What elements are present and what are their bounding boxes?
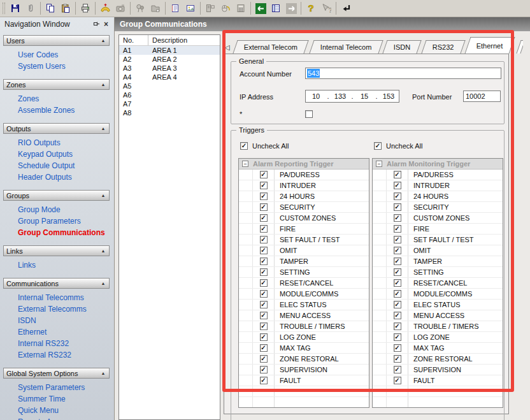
table-row[interactable]: A4 AREA 4	[119, 73, 220, 82]
trigger-checkbox-cell[interactable]	[387, 235, 408, 245]
collapse-icon[interactable]: ▲	[99, 126, 108, 131]
trigger-checkbox-cell[interactable]	[387, 170, 408, 180]
collapse-minus-icon[interactable]: −	[242, 161, 248, 167]
trigger-checkbox-cell[interactable]	[253, 354, 275, 364]
paste-icon[interactable]	[58, 1, 73, 16]
tab[interactable]: Internal Telecom	[309, 40, 383, 54]
trigger-checkbox[interactable]	[394, 203, 401, 211]
help-icon[interactable]: ?	[303, 1, 319, 16]
image-icon[interactable]	[183, 1, 198, 16]
table-row[interactable]: A1 AREA 1	[119, 46, 220, 55]
tab[interactable]: ISDN	[383, 40, 422, 54]
trigger-checkbox-cell[interactable]	[387, 191, 408, 201]
notebook-icon[interactable]	[168, 1, 183, 16]
trigger-checkbox-cell[interactable]	[253, 213, 275, 223]
paperclip-icon[interactable]	[23, 1, 38, 16]
trigger-checkbox-cell[interactable]	[253, 235, 275, 245]
trigger-checkbox-cell[interactable]	[387, 375, 408, 386]
trigger-checkbox-cell[interactable]	[253, 289, 275, 299]
list-header[interactable]: − Alarm Reporting Trigger	[239, 159, 369, 170]
trigger-checkbox[interactable]	[394, 257, 401, 265]
close-icon[interactable]: ×	[101, 19, 111, 29]
nav-section-communications[interactable]: Communications▲	[3, 278, 110, 289]
trigger-checkbox-cell[interactable]	[253, 300, 275, 310]
trigger-checkbox[interactable]	[394, 377, 401, 384]
trigger-checkbox[interactable]	[260, 171, 268, 178]
sidebar-item[interactable]: Internal Telecomms	[3, 292, 110, 303]
trigger-checkbox[interactable]	[394, 236, 401, 243]
trigger-checkbox[interactable]	[394, 182, 401, 189]
data-table-icon[interactable]	[268, 1, 283, 16]
trigger-checkbox[interactable]	[260, 268, 268, 276]
account-number-input[interactable]: 543	[305, 68, 501, 79]
balloons-icon[interactable]	[132, 1, 148, 16]
trigger-checkbox-cell[interactable]	[387, 267, 408, 277]
collapse-icon[interactable]: ▲	[99, 371, 108, 375]
sidebar-item[interactable]: RIO Outputs	[3, 137, 110, 148]
trigger-checkbox[interactable]	[394, 225, 401, 233]
trigger-checkbox-cell[interactable]	[387, 224, 408, 234]
trigger-checkbox[interactable]	[260, 192, 268, 200]
return-icon[interactable]	[338, 1, 354, 16]
tab-scroll-left-icon[interactable]: ◁	[224, 42, 229, 52]
trigger-checkbox-cell[interactable]	[253, 202, 275, 212]
trigger-checkbox-cell[interactable]	[387, 202, 408, 212]
toolbar-grip[interactable]	[3, 3, 5, 14]
nav-section-groups[interactable]: Groups▲	[3, 190, 110, 201]
sidebar-item[interactable]: System Parameters	[3, 382, 110, 393]
trigger-checkbox-cell[interactable]	[387, 256, 408, 266]
trigger-checkbox-cell[interactable]	[387, 343, 408, 353]
trigger-checkbox-cell[interactable]	[387, 278, 408, 288]
trigger-checkbox-cell[interactable]	[387, 310, 408, 321]
uncheck-all-reporting[interactable]: Uncheck All	[240, 142, 289, 150]
trigger-checkbox-cell[interactable]	[253, 170, 275, 180]
trigger-checkbox[interactable]	[260, 257, 268, 265]
table-row[interactable]: A6	[119, 91, 220, 99]
capture-icon[interactable]	[113, 1, 128, 16]
trigger-checkbox[interactable]	[394, 279, 401, 287]
sidebar-item[interactable]: Group Mode	[3, 204, 110, 215]
collapse-icon[interactable]: ▲	[99, 249, 108, 253]
table-row[interactable]: A2 AREA 2	[119, 55, 220, 64]
sidebar-item[interactable]: Remote Access	[3, 416, 110, 420]
nav-section-users[interactable]: Users▲	[3, 35, 110, 46]
trigger-checkbox[interactable]	[260, 322, 268, 330]
collapse-minus-icon[interactable]: −	[376, 161, 382, 167]
tab-partial[interactable]	[516, 40, 523, 54]
trigger-checkbox-cell[interactable]	[387, 300, 408, 310]
sidebar-item[interactable]: Quick Menu	[3, 405, 110, 416]
trigger-checkbox-cell[interactable]	[253, 343, 275, 353]
pin-icon[interactable]	[92, 19, 101, 29]
collapse-icon[interactable]: ▲	[99, 38, 108, 43]
trigger-checkbox-cell[interactable]	[387, 354, 408, 364]
trigger-checkbox-cell[interactable]	[387, 332, 408, 342]
table-row[interactable]: A8	[119, 108, 220, 117]
sidebar-item[interactable]: User Codes	[3, 49, 110, 61]
sidebar-item[interactable]: ISDN	[3, 315, 110, 326]
trigger-checkbox[interactable]	[394, 268, 401, 276]
trigger-checkbox-cell[interactable]	[253, 245, 275, 256]
sidebar-item[interactable]: External RS232	[3, 349, 110, 361]
trigger-checkbox[interactable]	[394, 192, 401, 200]
trigger-checkbox-cell[interactable]	[253, 191, 275, 201]
sidebar-item[interactable]: Group Communications	[3, 227, 110, 238]
context-help-icon[interactable]: ?	[319, 1, 334, 16]
tab[interactable]: External Telecom	[233, 40, 309, 54]
trigger-checkbox[interactable]	[260, 279, 268, 287]
computer-icon[interactable]	[203, 1, 218, 16]
sidebar-item[interactable]: Links	[3, 259, 110, 271]
sidebar-item[interactable]: Keypad Outputs	[3, 148, 110, 160]
sidebar-item[interactable]: Ethernet	[3, 326, 110, 338]
trigger-checkbox[interactable]	[260, 247, 268, 254]
trigger-checkbox[interactable]	[260, 344, 268, 352]
trigger-checkbox-cell[interactable]	[253, 256, 275, 266]
collapse-icon[interactable]: ▲	[99, 82, 108, 87]
sidebar-item[interactable]: Group Parameters	[3, 215, 110, 227]
trigger-checkbox[interactable]	[394, 290, 401, 298]
star-checkbox[interactable]	[305, 110, 313, 118]
trigger-checkbox[interactable]	[394, 214, 401, 222]
list-header[interactable]: − Alarm Monitoring Trigger	[373, 159, 503, 170]
nav-section-links[interactable]: Links▲	[3, 245, 110, 256]
sidebar-item[interactable]: Summer Time	[3, 393, 110, 405]
trigger-checkbox[interactable]	[260, 312, 268, 319]
